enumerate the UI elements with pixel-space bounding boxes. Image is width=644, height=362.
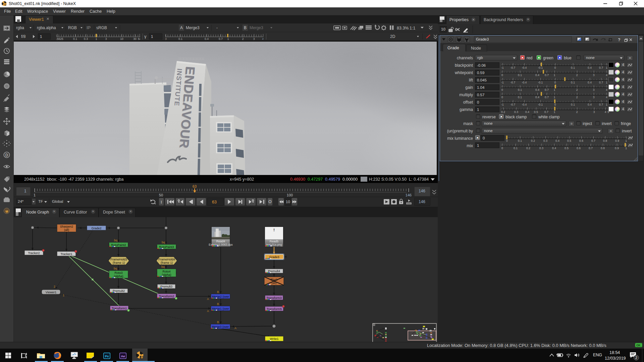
svg-text:146: 146 — [406, 193, 412, 197]
svg-text:0.4: 0.4 — [205, 37, 209, 41]
svg-text:2: 2 — [54, 285, 55, 288]
svg-text:50: 50 — [159, 193, 163, 197]
svg-text:(all): (all) — [64, 228, 69, 232]
svg-text:B: B — [217, 320, 219, 324]
svg-text:4: 4 — [606, 73, 607, 76]
svg-text:-0.1: -0.1 — [538, 103, 543, 106]
svg-text:×: × — [5, 4, 6, 6]
svg-text:0.3: 0.3 — [543, 139, 547, 142]
svg-text:Tracker2: Tracker2 — [28, 251, 40, 255]
svg-text:2: 2 — [576, 88, 578, 91]
svg-text:0.4: 0.4 — [588, 66, 592, 69]
svg-text:bq: bq — [161, 265, 165, 268]
svg-text:0.3: 0.3 — [84, 37, 88, 41]
svg-text:4: 4 — [606, 96, 607, 99]
svg-text:0: 0 — [165, 37, 167, 41]
svg-text:1: 1 — [96, 37, 97, 41]
svg-text:0.8: 0.8 — [601, 146, 605, 149]
svg-text:10: 10 — [120, 37, 123, 41]
svg-text:0.7: 0.7 — [589, 146, 593, 149]
svg-text:0: 0 — [501, 73, 503, 76]
svg-text:D: D — [5, 153, 8, 158]
svg-text:0.1: 0.1 — [518, 88, 522, 91]
svg-text:0: 0 — [501, 146, 503, 149]
svg-text:3: 3 — [593, 96, 595, 99]
svg-text:0.4: 0.4 — [552, 146, 556, 149]
svg-text:0.1: 0.1 — [73, 37, 77, 41]
svg-text:-1: -1 — [501, 81, 504, 84]
svg-text:30: 30 — [133, 37, 137, 41]
svg-text:64: 64 — [138, 37, 140, 41]
svg-text:B: B — [217, 290, 219, 294]
svg-text:1: 1 — [34, 193, 36, 197]
svg-text:-0.7: -0.7 — [511, 81, 516, 84]
svg-text:Viewer1: Viewer1 — [46, 291, 56, 294]
svg-text:63: 63 — [193, 185, 197, 188]
svg-text:2: 2 — [576, 73, 578, 76]
svg-text:2: 2 — [576, 110, 578, 113]
svg-text:-0.7: -0.7 — [511, 103, 516, 106]
svg-text:Premult4: Premult4 — [268, 269, 280, 273]
svg-text:I: I — [161, 199, 162, 204]
svg-text:(frame 1): (frame 1) — [161, 261, 173, 264]
svg-text:0.4: 0.4 — [588, 81, 592, 84]
svg-text:0: 0 — [501, 88, 503, 91]
svg-text:Grade2: Grade2 — [91, 227, 101, 230]
svg-text:0: 0 — [501, 96, 503, 99]
svg-text:0.1: 0.1 — [518, 139, 522, 142]
svg-text:0.5: 0.5 — [567, 139, 571, 142]
svg-text:1: 1 — [554, 96, 555, 99]
svg-text:Roto4: Roto4 — [162, 270, 170, 273]
svg-text:A: A — [207, 297, 209, 301]
svg-text:?: ? — [618, 38, 620, 42]
svg-text:1: 1 — [625, 139, 627, 142]
svg-text:0.4: 0.4 — [535, 73, 539, 76]
svg-text:0.7: 0.7 — [545, 73, 549, 76]
svg-text:3: 3 — [105, 37, 107, 41]
svg-text:3: 3 — [593, 110, 595, 113]
svg-text:1: 1 — [606, 66, 607, 69]
svg-text:100: 100 — [287, 193, 293, 197]
svg-text:-0.4: -0.4 — [522, 81, 527, 84]
svg-text:0.1: 0.1 — [518, 96, 522, 99]
svg-text:1: 1 — [606, 103, 607, 106]
svg-text:0.4: 0.4 — [535, 96, 539, 99]
svg-text:0.7: 0.7 — [545, 88, 549, 91]
svg-text:0: 0 — [554, 103, 556, 106]
svg-text:0.4: 0.4 — [525, 110, 529, 113]
svg-text:B: B — [217, 302, 219, 306]
svg-text:3: 3 — [253, 37, 255, 41]
svg-text:0.6: 0.6 — [577, 146, 581, 149]
svg-text:0.5: 0.5 — [565, 146, 569, 149]
svg-text:-0.4: -0.4 — [522, 66, 527, 69]
svg-text:FrameHold3: FrameHold3 — [110, 258, 127, 261]
svg-text:0.7: 0.7 — [599, 66, 603, 69]
svg-text:Ae: Ae — [121, 354, 125, 358]
svg-text:bq: bq — [114, 239, 117, 242]
svg-text:0.7: 0.7 — [599, 81, 603, 84]
svg-text:1:1: 1:1 — [410, 26, 415, 31]
svg-text:bq: bq — [114, 267, 117, 270]
svg-text:4: 4 — [606, 88, 607, 91]
svg-text:-0.7: -0.7 — [511, 66, 516, 69]
svg-text:0.2: 0.2 — [531, 139, 535, 142]
svg-text:0.9: 0.9 — [615, 139, 619, 142]
svg-text:0: 0 — [506, 139, 508, 142]
svg-text:2: 2 — [576, 96, 578, 99]
svg-text:4: 4 — [262, 37, 263, 41]
svg-text:Roto3: Roto3 — [114, 271, 122, 275]
svg-text:1: 1 — [63, 294, 64, 297]
svg-text:0.3: 0.3 — [514, 110, 518, 113]
svg-text:0.4: 0.4 — [588, 103, 592, 106]
svg-text:0.7: 0.7 — [599, 103, 603, 106]
svg-text:Read5: Read5 — [270, 240, 279, 243]
svg-text:O: O — [268, 199, 271, 204]
svg-text:-0.1: -0.1 — [538, 81, 543, 84]
svg-text:3: 3 — [593, 88, 595, 91]
svg-text:0.5: 0.5 — [534, 110, 538, 113]
svg-text:A: A — [207, 309, 209, 313]
svg-text:0.7: 0.7 — [545, 96, 549, 99]
svg-text:1: 1 — [227, 37, 229, 41]
svg-text:!: ! — [273, 228, 275, 232]
svg-text:0.1: 0.1 — [514, 146, 518, 149]
